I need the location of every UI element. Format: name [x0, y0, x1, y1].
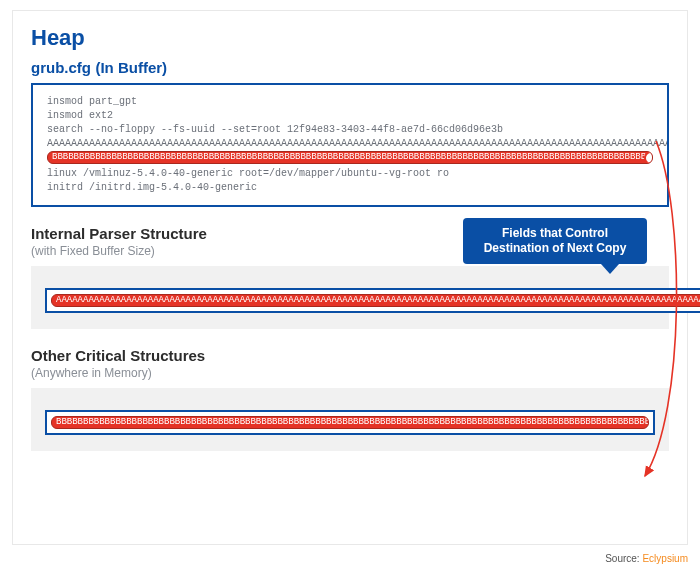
cfg-line: AAAAAAAAAAAAAAAAAAAAAAAAAAAAAAAAAAAAAAAA… [47, 137, 653, 151]
overflow-source-bar: BBBBBBBBBBBBBBBBBBBBBBBBBBBBBBBBBBBBBBBB… [47, 151, 653, 164]
parser-fixed-buffer-box: AAAAAAAAAAAAAAAAAAAAAAAAAAAAAAAAAAAAAAAA… [45, 288, 700, 313]
grub-buffer-box: insmod part_gpt insmod ext2 search --no-… [31, 83, 669, 207]
other-title: Other Critical Structures [31, 347, 669, 364]
grub-title: grub.cfg [31, 59, 91, 76]
parser-greybox: Fields that Control Destination of Next … [31, 266, 669, 329]
source-prefix: Source: [605, 553, 642, 564]
parser-row: AAAAAAAAAAAAAAAAAAAAAAAAAAAAAAAAAAAAAAAA… [45, 288, 655, 313]
other-structures-box: BBBBBBBBBBBBBBBBBBBBBBBBBBBBBBBBBBBBBBBB… [45, 410, 655, 435]
heap-title: Heap [31, 25, 669, 51]
grub-header: grub.cfg (In Buffer) [31, 59, 669, 77]
cfg-line: initrd /initrd.img-5.4.0-40-generic [47, 181, 653, 195]
cfg-line: search --no-floppy --fs-uuid --set=root … [47, 123, 653, 137]
grub-hint: (In Buffer) [95, 59, 167, 76]
callout-line2: Destination of Next Copy [484, 241, 627, 255]
cfg-line: insmod part_gpt [47, 95, 653, 109]
diagram-panel: Heap grub.cfg (In Buffer) insmod part_gp… [12, 10, 688, 545]
cfg-line: linux /vmlinuz-5.4.0-40-generic root=/de… [47, 167, 653, 181]
source-link[interactable]: Eclypsium [642, 553, 688, 564]
parser-left-bar: AAAAAAAAAAAAAAAAAAAAAAAAAAAAAAAAAAAAAAAA… [51, 294, 700, 307]
other-sub: (Anywhere in Memory) [31, 366, 669, 380]
callout-bubble: Fields that Control Destination of Next … [463, 218, 647, 264]
source-line: Source: Eclypsium [605, 553, 688, 564]
cfg-line: insmod ext2 [47, 109, 653, 123]
other-greybox: BBBBBBBBBBBBBBBBBBBBBBBBBBBBBBBBBBBBBBBB… [31, 388, 669, 451]
overflow-dest-bar: BBBBBBBBBBBBBBBBBBBBBBBBBBBBBBBBBBBBBBBB… [51, 416, 649, 429]
callout-line1: Fields that Control [502, 226, 608, 240]
